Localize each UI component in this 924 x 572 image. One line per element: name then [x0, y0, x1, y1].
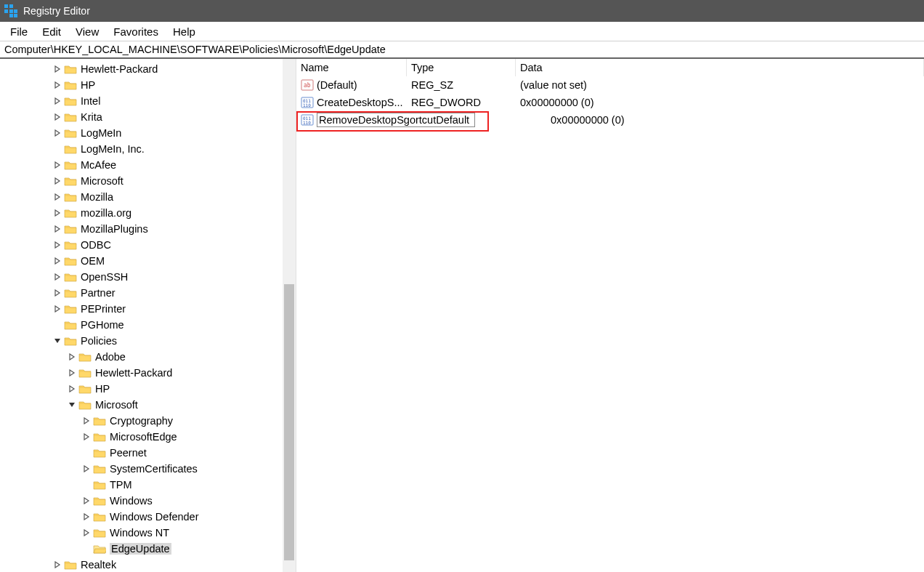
tree-item-label: mozilla.org — [81, 207, 131, 219]
tree-item-hewlett-packard[interactable]: Hewlett-Packard — [3, 365, 296, 381]
chevron-right-icon[interactable] — [81, 528, 92, 538]
chevron-right-icon[interactable] — [81, 416, 92, 426]
tree-item-label: Cryptography — [110, 415, 173, 427]
folder-icon — [64, 80, 77, 90]
chevron-down-icon[interactable] — [52, 336, 62, 346]
tree-item-windows[interactable]: Windows — [3, 493, 296, 509]
chevron-right-icon[interactable] — [52, 96, 62, 106]
chevron-right-icon[interactable] — [52, 224, 62, 234]
tree-item-krita[interactable]: Krita — [3, 109, 296, 125]
tree-item-systemcertificates[interactable]: SystemCertificates — [3, 461, 296, 477]
tree-item-peprinter[interactable]: PEPrinter — [3, 301, 296, 317]
chevron-right-icon[interactable] — [52, 176, 62, 186]
value-data: 0x00000000 (0) — [510, 113, 924, 127]
chevron-right-icon[interactable] — [81, 464, 92, 474]
binary-value-icon — [301, 113, 314, 126]
value-row[interactable]: CreateDesktopS...REG_DWORD0x00000000 (0) — [296, 94, 924, 111]
folder-icon — [64, 320, 77, 330]
column-header-type[interactable]: Type — [407, 59, 516, 76]
value-name: CreateDesktopS... — [296, 94, 407, 110]
string-value-icon — [301, 78, 314, 92]
tree-item-mcafee[interactable]: McAfee — [3, 157, 296, 173]
tree-item-cryptography[interactable]: Cryptography — [3, 413, 296, 429]
tree-item-mozillaplugins[interactable]: MozillaPlugins — [3, 221, 296, 237]
tree-item-intel[interactable]: Intel — [3, 93, 296, 109]
value-name — [296, 111, 479, 129]
tree-item-label: Realtek — [81, 559, 116, 571]
tree-item-pghome[interactable]: PGHome — [3, 317, 296, 333]
tree-item-realtek[interactable]: Realtek — [3, 557, 296, 572]
tree-item-label: Peernet — [110, 447, 147, 459]
address-bar[interactable]: Computer\HKEY_LOCAL_MACHINE\SOFTWARE\Pol… — [0, 41, 924, 59]
tree-item-oem[interactable]: OEM — [3, 253, 296, 269]
chevron-right-icon[interactable] — [52, 288, 62, 298]
chevron-right-icon[interactable] — [81, 496, 92, 506]
tree-item-partner[interactable]: Partner — [3, 285, 296, 301]
tree-item-windows-defender[interactable]: Windows Defender — [3, 509, 296, 525]
tree-item-microsoftedge[interactable]: MicrosoftEdge — [3, 429, 296, 445]
chevron-right-icon[interactable] — [52, 64, 62, 74]
folder-icon — [78, 368, 92, 378]
tree-item-label: LogMeIn, Inc. — [81, 143, 145, 155]
folder-icon — [64, 208, 77, 218]
tree-item-logmein[interactable]: LogMeIn — [3, 125, 296, 141]
tree-item-logmein-inc-[interactable]: LogMeIn, Inc. — [3, 141, 296, 157]
tree-item-windows-nt[interactable]: Windows NT — [3, 525, 296, 541]
tree-item-hp[interactable]: HP — [3, 381, 296, 397]
tree-item-microsoft[interactable]: Microsoft — [3, 397, 296, 413]
folder-icon — [64, 96, 77, 106]
chevron-right-icon[interactable] — [81, 512, 92, 522]
tree-scrollbar-thumb[interactable] — [284, 284, 294, 560]
tree-item-openssh[interactable]: OpenSSH — [3, 269, 296, 285]
menu-view[interactable]: View — [68, 23, 106, 40]
tree-item-adobe[interactable]: Adobe — [3, 349, 296, 365]
tree-item-microsoft[interactable]: Microsoft — [3, 173, 296, 189]
chevron-right-icon[interactable] — [52, 256, 62, 266]
chevron-right-icon[interactable] — [81, 432, 92, 442]
folder-icon — [78, 384, 92, 394]
column-header-data[interactable]: Data — [516, 59, 924, 76]
tree-item-edgeupdate[interactable]: EdgeUpdate — [3, 541, 296, 557]
chevron-right-icon[interactable] — [52, 304, 62, 314]
tree-item-hewlett-packard[interactable]: Hewlett-Packard — [3, 61, 296, 77]
tree-item-odbc[interactable]: ODBC — [3, 237, 296, 253]
chevron-right-icon[interactable] — [52, 80, 62, 90]
chevron-right-icon[interactable] — [67, 352, 77, 362]
folder-icon — [64, 560, 77, 570]
menu-favorites[interactable]: Favorites — [106, 23, 166, 40]
tree-item-mozilla-org[interactable]: mozilla.org — [3, 205, 296, 221]
tree-item-mozilla[interactable]: Mozilla — [3, 189, 296, 205]
tree-item-tpm[interactable]: TPM — [3, 477, 296, 493]
chevron-right-icon[interactable] — [67, 384, 77, 394]
value-type: REG_SZ — [407, 78, 516, 92]
chevron-right-icon[interactable] — [52, 192, 62, 202]
chevron-right-icon[interactable] — [52, 240, 62, 250]
value-row[interactable]: 0x00000000 (0) — [296, 111, 924, 129]
column-header-name[interactable]: Name — [296, 59, 407, 76]
menu-help[interactable]: Help — [166, 23, 203, 40]
value-row[interactable]: (Default)REG_SZ(value not set) — [296, 76, 924, 94]
folder-icon — [64, 288, 77, 298]
tree-item-peernet[interactable]: Peernet — [3, 445, 296, 461]
menu-file[interactable]: File — [3, 23, 35, 40]
chevron-right-icon[interactable] — [52, 208, 62, 218]
tree-scrollbar[interactable] — [283, 59, 296, 572]
folder-icon — [93, 416, 106, 426]
chevron-right-icon[interactable] — [52, 160, 62, 170]
tree-item-label: Intel — [81, 95, 100, 107]
tree-item-label: PGHome — [81, 319, 124, 331]
chevron-right-icon[interactable] — [67, 368, 77, 378]
value-rename-input[interactable] — [317, 113, 475, 127]
value-name-text: CreateDesktopS... — [317, 97, 402, 108]
folder-icon — [93, 480, 106, 490]
chevron-right-icon[interactable] — [52, 112, 62, 122]
folder-icon — [93, 496, 106, 506]
chevron-right-icon[interactable] — [52, 560, 62, 570]
chevron-down-icon[interactable] — [67, 400, 77, 410]
chevron-right-icon[interactable] — [52, 272, 62, 282]
tree-item-hp[interactable]: HP — [3, 77, 296, 93]
tree-item-policies[interactable]: Policies — [3, 333, 296, 349]
folder-icon — [64, 240, 77, 250]
menu-edit[interactable]: Edit — [35, 23, 68, 40]
chevron-right-icon[interactable] — [52, 128, 62, 138]
